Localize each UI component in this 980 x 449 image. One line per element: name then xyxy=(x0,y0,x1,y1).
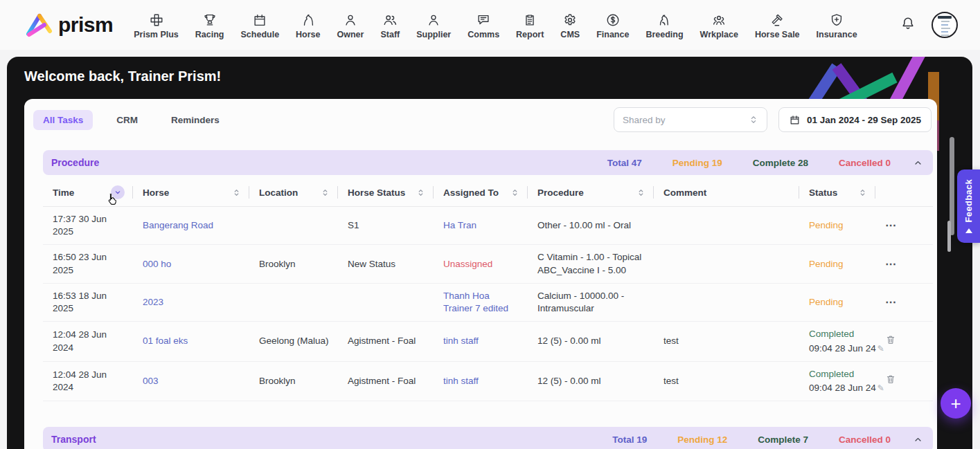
stat-pending: Pending 12 xyxy=(677,434,727,445)
column-header-horse-status[interactable]: Horse Status xyxy=(338,178,434,206)
assigned-to-link[interactable]: tinh staff xyxy=(434,329,528,354)
procedure-table: 17:37 30 Jun 2025 Bangerang Road S1 Ha T… xyxy=(43,207,933,401)
row-menu-button[interactable]: ⋯ xyxy=(885,258,897,270)
cell-location: Geelong (Malua) xyxy=(249,329,338,354)
finance-icon xyxy=(605,11,621,28)
stat-pending: Pending 19 xyxy=(672,158,722,168)
delete-row-button[interactable] xyxy=(885,334,896,345)
stat-total: Total 19 xyxy=(612,434,647,445)
nav-item-prism-plus[interactable]: Prism Plus xyxy=(134,11,179,39)
column-header-location[interactable]: Location xyxy=(249,178,338,206)
row-actions[interactable]: ⋯ xyxy=(875,212,933,239)
procedure-stats: Total 47Pending 19Complete 28Cancelled 0 xyxy=(607,158,891,168)
breeding-icon xyxy=(657,11,672,28)
table-row[interactable]: 12:04 28 Jun 2024 003 Brooklyn Agistment… xyxy=(43,362,933,401)
transport-section-title: Transport xyxy=(51,434,96,445)
procedure-collapse-chevron-icon[interactable] xyxy=(913,158,923,168)
horse-link[interactable]: 000 ho xyxy=(133,252,249,277)
nav-item-supplier[interactable]: Supplier xyxy=(416,11,451,39)
feedback-arrow-icon xyxy=(965,228,972,233)
row-actions[interactable] xyxy=(875,328,933,355)
nav-item-racing[interactable]: Racing xyxy=(195,11,224,39)
sort-icon[interactable] xyxy=(858,188,867,197)
table-row[interactable]: 17:37 30 Jun 2025 Bangerang Road S1 Ha T… xyxy=(43,207,933,245)
welcome-heading: Welcome back, Trainer Prism! xyxy=(24,68,221,84)
nav-item-insurance[interactable]: Insurance xyxy=(817,11,857,39)
column-header-time[interactable]: Time xyxy=(43,178,133,206)
nav-item-staff[interactable]: Staff xyxy=(380,11,400,39)
sort-icon[interactable] xyxy=(321,188,330,197)
sort-icon[interactable] xyxy=(636,188,645,197)
date-range-value: 01 Jan 2024 - 29 Sep 2025 xyxy=(807,115,921,125)
nav-item-horse-sale[interactable]: Horse Sale xyxy=(755,11,800,39)
tab-crm[interactable]: CRM xyxy=(107,110,148,130)
assigned-to-link[interactable]: Unassigned xyxy=(434,252,528,277)
add-task-button[interactable]: + xyxy=(941,388,971,419)
avatar-image xyxy=(938,16,952,35)
horse-link[interactable]: Bangerang Road xyxy=(133,213,249,238)
comms-icon xyxy=(476,11,491,28)
horse-link[interactable]: 2023 xyxy=(133,290,249,315)
table-scrollbar-thumb[interactable] xyxy=(947,221,951,252)
tab-reminders[interactable]: Reminders xyxy=(161,110,229,130)
shared-by-select[interactable]: Shared by xyxy=(614,107,767,132)
transport-collapse-chevron-icon[interactable] xyxy=(913,434,923,445)
select-chevrons-icon xyxy=(749,115,758,125)
cell-comment: test xyxy=(654,329,799,354)
column-header-status[interactable]: Status xyxy=(799,178,875,206)
schedule-icon xyxy=(252,11,267,28)
tasks-card: All Tasks CRM Reminders Shared by 01 Jan… xyxy=(24,99,937,449)
table-header-row: TimeHorseLocationHorse StatusAssigned To… xyxy=(43,178,933,207)
top-navigation: prism Prism Plus Racing Schedule Horse O… xyxy=(0,0,980,50)
user-avatar[interactable] xyxy=(932,12,958,38)
nav-item-schedule[interactable]: Schedule xyxy=(241,11,280,39)
nav-item-cms[interactable]: CMS xyxy=(560,11,580,39)
feedback-button[interactable]: Feedback xyxy=(957,169,980,243)
time-sort-button[interactable] xyxy=(111,185,125,199)
column-header-horse[interactable]: Horse xyxy=(133,178,249,206)
date-range-picker[interactable]: 01 Jan 2024 - 29 Sep 2025 xyxy=(778,107,932,132)
assigned-to-link[interactable]: tinh staff xyxy=(434,369,528,394)
calendar-icon xyxy=(789,114,801,126)
assigned-to-link[interactable]: Thanh Hoa Trainer 7 edited xyxy=(434,284,528,321)
table-row[interactable]: 16:53 18 Jun 2025 2023 Thanh Hoa Trainer… xyxy=(43,284,933,322)
nav-item-report[interactable]: Report xyxy=(516,11,544,39)
sort-icon[interactable] xyxy=(510,188,519,197)
cell-location xyxy=(249,296,338,309)
nav-item-comms[interactable]: Comms xyxy=(467,11,499,39)
racing-icon xyxy=(202,11,217,28)
column-header-assigned-to[interactable]: Assigned To xyxy=(434,178,528,206)
transport-section-header: Transport Total 19Pending 12Complete 7Ca… xyxy=(43,427,933,449)
cell-comment: test xyxy=(654,369,799,394)
row-actions[interactable]: ⋯ xyxy=(875,250,933,278)
nav-item-breeding[interactable]: Breeding xyxy=(645,11,683,39)
table-row[interactable]: 12:04 28 Jun 2024 01 foal eks Geelong (M… xyxy=(43,322,933,361)
nav-item-wrkplace[interactable]: Wrkplace xyxy=(700,11,738,39)
column-header-procedure[interactable]: Procedure xyxy=(528,178,654,206)
dashboard-panel: Welcome back, Trainer Prism! All Tasks C… xyxy=(7,57,972,449)
assigned-to-link[interactable]: Ha Tran xyxy=(434,213,528,238)
cell-procedure: Calcium - 10000.00 -Intramuscular xyxy=(528,284,654,321)
horse-link[interactable]: 01 foal eks xyxy=(133,329,249,354)
row-actions[interactable] xyxy=(875,367,933,394)
cell-location xyxy=(249,219,338,232)
table-row[interactable]: 16:50 23 Jun 2025 000 ho Brooklyn New St… xyxy=(43,245,933,283)
nav-item-finance[interactable]: Finance xyxy=(596,11,629,39)
tab-all-tasks[interactable]: All Tasks xyxy=(33,110,93,130)
row-actions[interactable]: ⋯ xyxy=(875,288,933,316)
prism-logo-icon xyxy=(24,11,55,39)
sort-icon[interactable] xyxy=(416,188,425,197)
cell-location: Brooklyn xyxy=(249,252,338,277)
prism-logo[interactable]: prism xyxy=(24,11,113,39)
horse-link[interactable]: 003 xyxy=(133,369,249,394)
cms-icon xyxy=(562,11,578,28)
sort-icon[interactable] xyxy=(232,188,241,197)
insurance-icon xyxy=(829,11,844,28)
notifications-bell-icon[interactable] xyxy=(900,15,916,35)
nav-item-owner[interactable]: Owner xyxy=(337,11,364,39)
cell-status: Completed09:04 28 Jun 24✎ xyxy=(799,322,875,360)
nav-item-horse[interactable]: Horse xyxy=(296,11,320,39)
delete-row-button[interactable] xyxy=(885,374,896,385)
row-menu-button[interactable]: ⋯ xyxy=(885,296,897,308)
row-menu-button[interactable]: ⋯ xyxy=(885,219,897,231)
